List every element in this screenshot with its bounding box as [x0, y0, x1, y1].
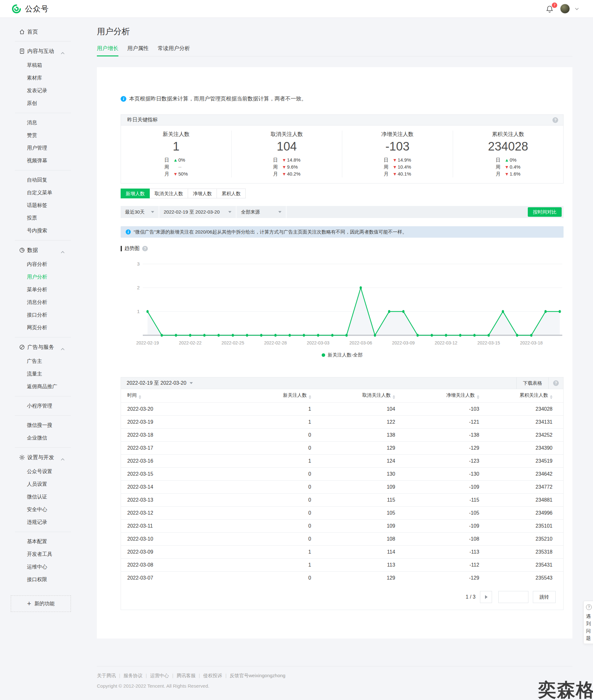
sidebar-item[interactable]: 网页分析: [0, 321, 72, 334]
sidebar-item[interactable]: 接口权限: [0, 573, 72, 586]
table-cell: 235543: [479, 572, 563, 584]
sort-icon[interactable]: [550, 395, 552, 399]
footer-link-侵权投诉[interactable]: 侵权投诉: [203, 673, 222, 678]
column-header-取消关注人数[interactable]: 取消关注人数: [311, 389, 395, 402]
caret-down-icon[interactable]: [190, 382, 193, 384]
help-icon[interactable]: ?: [552, 117, 558, 123]
date-range-dropdown[interactable]: 2022-02-19 至 2022-03-20: [159, 206, 237, 218]
column-header-新关注人数[interactable]: 新关注人数: [227, 389, 311, 402]
page-jump-input[interactable]: [498, 591, 528, 603]
tab-用户增长[interactable]: 用户增长: [97, 45, 118, 56]
sidebar-item[interactable]: 原创: [0, 97, 72, 110]
sidebar-item[interactable]: 运维中心: [0, 560, 72, 573]
period-label: 周: [384, 163, 393, 171]
topbar-right: 7: [546, 4, 579, 14]
chevron-down-icon[interactable]: [575, 8, 579, 10]
sort-icon[interactable]: [477, 395, 479, 399]
table-cell: 113: [311, 558, 395, 572]
brand[interactable]: 公众号: [11, 3, 49, 14]
sidebar-item[interactable]: 广告主: [0, 355, 72, 368]
sidebar-item[interactable]: 发表记录: [0, 84, 72, 97]
sort-icon[interactable]: [393, 395, 395, 399]
sidebar-item[interactable]: 自动回复: [0, 174, 72, 186]
sidebar-item[interactable]: 企业微信: [0, 432, 72, 444]
sidebar-item[interactable]: 返佣商品推广: [0, 380, 72, 393]
metric-change-row: 周--: [164, 163, 188, 171]
sidebar-item[interactable]: 公众号设置: [0, 465, 72, 478]
next-page-button[interactable]: [480, 591, 492, 603]
table-cell: 234390: [479, 441, 563, 454]
footer-link-反馈官号weixingongzhong[interactable]: 反馈官号weixingongzhong: [230, 673, 286, 678]
period-label: 日: [496, 156, 505, 163]
column-label: 取消关注人数: [362, 392, 391, 398]
metric-tab-新增人数[interactable]: 新增人数: [121, 189, 150, 198]
notifications-button[interactable]: 7: [546, 4, 555, 14]
table-row: 2022-03-191122-121234131: [121, 415, 563, 429]
metric-label: 净增关注人数: [342, 131, 453, 138]
sidebar-item[interactable]: 号内搜索: [0, 224, 72, 237]
sidebar-item[interactable]: 用户管理: [0, 142, 72, 154]
new-feature-button[interactable]: +新的功能: [11, 595, 71, 612]
tab-用户属性[interactable]: 用户属性: [127, 45, 149, 56]
tab-常读用户分析[interactable]: 常读用户分析: [158, 45, 190, 56]
sidebar-item[interactable]: 流量主: [0, 368, 72, 380]
sidebar-section-2[interactable]: 数据: [0, 244, 72, 256]
sidebar-item[interactable]: 消息分析: [0, 296, 72, 309]
sidebar-section-3[interactable]: 广告与服务: [0, 341, 72, 353]
sort-icon[interactable]: [309, 395, 311, 399]
footer-link-腾讯客服[interactable]: 腾讯客服: [177, 673, 196, 678]
sidebar-item[interactable]: 自定义菜单: [0, 186, 72, 199]
sidebar-item-home[interactable]: 首页: [0, 25, 72, 38]
sidebar-item[interactable]: 消息: [0, 116, 72, 129]
sidebar-item[interactable]: 用户分析: [0, 271, 72, 283]
metric-tab-净增人数[interactable]: 净增人数: [188, 189, 217, 198]
sidebar-item[interactable]: 话题标签: [0, 199, 72, 212]
sidebar-item[interactable]: 内容分析: [0, 258, 72, 271]
sidebar-item[interactable]: 开发者工具: [0, 548, 72, 560]
chevron-up-icon[interactable]: [61, 456, 65, 458]
sidebar-item[interactable]: 安全中心: [0, 503, 72, 516]
sidebar-item[interactable]: 菜单分析: [0, 283, 72, 296]
sidebar-item[interactable]: 草稿箱: [0, 59, 72, 72]
period-label: 月: [164, 171, 173, 178]
sidebar-item[interactable]: 微信搜一搜: [0, 419, 72, 432]
avatar[interactable]: [560, 4, 570, 14]
metric-净增关注人数: 净增关注人数-103日▼14.9%周▼10.4%月▼40.1%: [342, 131, 453, 178]
column-header-时间[interactable]: 时间: [121, 389, 227, 402]
sidebar-item[interactable]: 微信认证: [0, 490, 72, 503]
source-dropdown[interactable]: 全部来源: [237, 206, 286, 218]
table-cell: 104: [311, 402, 395, 415]
sidebar-item[interactable]: 视频弹幕: [0, 154, 72, 167]
chevron-up-icon[interactable]: [61, 346, 65, 348]
chevron-up-icon[interactable]: [61, 50, 65, 52]
footer-link-运营中心[interactable]: 运营中心: [150, 673, 169, 678]
column-header-累积关注人数[interactable]: 累积关注人数: [479, 389, 563, 402]
jump-button[interactable]: 跳转: [533, 591, 556, 603]
sidebar-item[interactable]: 素材库: [0, 72, 72, 84]
sidebar-item[interactable]: 投票: [0, 212, 72, 224]
table-date-range[interactable]: 2022-02-19 至 2022-03-20: [127, 380, 187, 386]
table-cell: 2022-03-20: [121, 402, 227, 415]
chevron-up-icon[interactable]: [61, 249, 65, 251]
download-table-button[interactable]: 下载表格: [516, 377, 549, 389]
compare-by-time-button[interactable]: 按时间对比: [528, 207, 562, 217]
footer-link-服务协议[interactable]: 服务协议: [123, 673, 143, 678]
metric-tab-累积人数[interactable]: 累积人数: [216, 189, 246, 198]
help-float-button[interactable]: ? 遇到问题: [584, 601, 593, 644]
help-icon[interactable]: ?: [553, 380, 559, 386]
sort-icon[interactable]: [139, 395, 141, 399]
sidebar-item[interactable]: 赞赏: [0, 129, 72, 142]
sidebar-section-4[interactable]: 设置与开发: [0, 451, 72, 464]
metric-tab-取消关注人数[interactable]: 取消关注人数: [150, 189, 188, 198]
column-header-净增关注人数[interactable]: 净增关注人数: [395, 389, 479, 402]
help-icon[interactable]: ?: [142, 246, 148, 251]
sidebar-item[interactable]: 基本配置: [0, 535, 72, 548]
footer-link-关于腾讯[interactable]: 关于腾讯: [97, 673, 116, 678]
sidebar-item[interactable]: 违规记录: [0, 516, 72, 528]
sidebar-section-1[interactable]: 内容与互动: [0, 45, 72, 58]
sidebar-item[interactable]: 接口分析: [0, 309, 72, 321]
range-preset-dropdown[interactable]: 最近30天: [121, 206, 159, 218]
sidebar-item[interactable]: 人员设置: [0, 478, 72, 490]
sidebar-item[interactable]: 小程序管理: [0, 400, 72, 412]
table-cell: -123: [395, 454, 479, 468]
